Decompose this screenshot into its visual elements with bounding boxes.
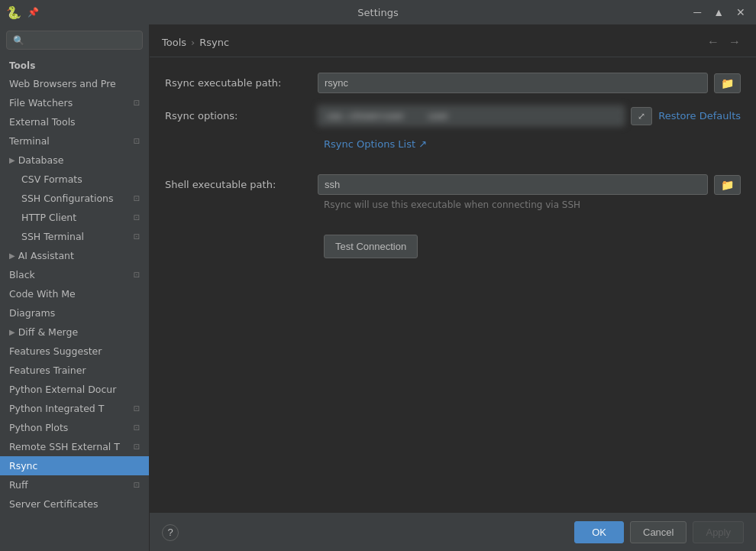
panel-header: Tools › Rsync ← → [150, 24, 756, 57]
sidebar-item-features-suggester[interactable]: Features Suggester [0, 342, 149, 361]
app-logo-icon: 🐍 [6, 5, 21, 20]
shell-exe-input-wrapper: 📁 [318, 174, 741, 195]
minimize-button[interactable]: ─ [689, 5, 706, 20]
rsync-options-list-link[interactable]: Rsync Options List ↗ [324, 138, 427, 150]
sidebar-item-label: Database [18, 154, 140, 166]
sidebar-item-label: Rsync [9, 460, 140, 472]
forward-button[interactable]: → [725, 34, 744, 50]
shell-exe-label: Shell executable path: [165, 179, 318, 190]
window-controls: ─ ▲ ✕ [689, 5, 750, 20]
sidebar-item-web-browsers[interactable]: Web Browsers and Pre [0, 74, 149, 93]
restore-defaults-link[interactable]: Restore Defaults [658, 110, 741, 122]
sidebar-item-label: Web Browsers and Pre [9, 78, 140, 89]
external-icon: ⊡ [134, 213, 140, 222]
external-icon: ⊡ [134, 404, 140, 413]
sidebar-item-file-watchers[interactable]: File Watchers⊡ [0, 93, 149, 112]
pin-icon: 📌 [27, 7, 39, 18]
sidebar-item-python-plots[interactable]: Python Plots⊡ [0, 418, 149, 437]
sidebar-item-label: AI Assistant [18, 250, 140, 261]
bottom-bar: ? OK Cancel Apply [150, 513, 756, 551]
back-button[interactable]: ← [704, 34, 722, 50]
sidebar-item-label: Python External Docur [9, 384, 140, 395]
rsync-options-input[interactable] [318, 105, 625, 126]
chevron-icon: ▶ [9, 251, 15, 260]
sidebar-item-label: Features Trainer [9, 365, 140, 376]
sidebar-item-diff-merge[interactable]: ▶Diff & Merge [0, 322, 149, 342]
external-icon: ⊡ [134, 232, 140, 241]
breadcrumb-current: Rsync [199, 37, 229, 48]
close-button[interactable]: ✕ [732, 5, 750, 20]
sidebar-item-features-trainer[interactable]: Features Trainer [0, 361, 149, 380]
breadcrumb-separator: › [191, 37, 195, 48]
rsync-options-expand-button[interactable]: ⤢ [631, 107, 652, 125]
rsync-exe-label: Rsync executable path: [165, 77, 318, 89]
form-area: Rsync executable path: 📁 Rsync options: … [150, 57, 756, 513]
title-bar-left: 🐍 📌 [6, 5, 39, 20]
rsync-exe-input-wrapper: 📁 [318, 73, 741, 93]
ok-button[interactable]: OK [574, 521, 624, 543]
bottom-actions: OK Cancel Apply [574, 521, 744, 543]
sidebar-item-remote-ssh-external[interactable]: Remote SSH External T⊡ [0, 437, 149, 456]
rsync-exe-input[interactable] [318, 73, 708, 93]
sidebar-item-label: Python Integrated T [9, 403, 131, 414]
rsync-exe-row: Rsync executable path: 📁 [165, 73, 741, 93]
sidebar-item-label: External Tools [9, 116, 140, 128]
sidebar-item-label: CSV Formats [21, 173, 140, 185]
external-icon: ⊡ [134, 271, 140, 279]
external-icon: ⊡ [134, 194, 140, 203]
external-icon: ⊡ [134, 423, 140, 432]
sidebar-item-label: SSH Configurations [21, 193, 131, 204]
sidebar-item-label: Diff & Merge [18, 326, 140, 338]
rsync-options-row: Rsync options: ⤢ Restore Defaults [165, 105, 741, 126]
sidebar-item-database[interactable]: ▶Database [0, 151, 149, 170]
external-icon: ⊡ [134, 99, 140, 107]
rsync-options-link-row: Rsync Options List ↗ [165, 138, 741, 162]
apply-button[interactable]: Apply [693, 521, 744, 543]
sidebar-item-label: Remote SSH External T [9, 441, 131, 452]
chevron-icon: ▶ [9, 328, 15, 336]
sidebar-item-python-integrated[interactable]: Python Integrated T⊡ [0, 399, 149, 418]
search-icon: 🔍 [13, 35, 24, 46]
rsync-exe-browse-button[interactable]: 📁 [714, 73, 741, 93]
sidebar: 🔍 Tools Web Browsers and PreFile Watcher… [0, 24, 150, 551]
sidebar-item-label: Code With Me [9, 288, 140, 300]
sidebar-item-label: Ruff [9, 479, 131, 491]
shell-exe-input[interactable] [318, 174, 708, 195]
right-panel: Tools › Rsync ← → Rsync executable path:… [150, 24, 756, 551]
sidebar-item-code-with-me[interactable]: Code With Me [0, 284, 149, 303]
sidebar-item-label: Black [9, 269, 131, 280]
sidebar-item-python-external-doc[interactable]: Python External Docur [0, 380, 149, 399]
sidebar-item-ai-assistant[interactable]: ▶AI Assistant [0, 246, 149, 265]
chevron-icon: ▶ [9, 156, 15, 164]
sidebar-item-label: Terminal [9, 135, 131, 147]
sidebar-item-label: File Watchers [9, 97, 131, 109]
sidebar-item-diagrams[interactable]: Diagrams [0, 303, 149, 322]
shell-exe-row: Shell executable path: 📁 [165, 174, 741, 195]
breadcrumb: Tools › Rsync [162, 37, 229, 48]
search-input[interactable] [27, 34, 136, 46]
rsync-options-label: Rsync options: [165, 110, 318, 122]
sidebar-item-terminal[interactable]: Terminal⊡ [0, 131, 149, 151]
search-box[interactable]: 🔍 [6, 31, 143, 50]
sidebar-item-external-tools[interactable]: External Tools [0, 112, 149, 131]
sidebar-item-server-certificates[interactable]: Server Certificates [0, 494, 149, 514]
sidebar-section-tools: Tools [0, 56, 149, 74]
sidebar-item-http-client[interactable]: HTTP Client⊡ [0, 208, 149, 227]
help-button[interactable]: ? [162, 524, 179, 541]
sidebar-item-rsync[interactable]: Rsync [0, 456, 149, 475]
sidebar-item-label: Features Suggester [9, 345, 140, 357]
sidebar-item-ssh-configurations[interactable]: SSH Configurations⊡ [0, 189, 149, 208]
test-connection-button[interactable]: Test Connection [324, 235, 418, 258]
maximize-button[interactable]: ▲ [709, 5, 729, 20]
sidebar-item-black[interactable]: Black⊡ [0, 265, 149, 284]
sidebar-item-csv-formats[interactable]: CSV Formats [0, 170, 149, 189]
main-content: 🔍 Tools Web Browsers and PreFile Watcher… [0, 24, 756, 551]
cancel-button[interactable]: Cancel [630, 521, 687, 543]
sidebar-list: Web Browsers and PreFile Watchers⊡Extern… [0, 74, 149, 551]
shell-exe-browse-button[interactable]: 📁 [714, 175, 741, 195]
title-bar: 🐍 📌 Settings ─ ▲ ✕ [0, 0, 756, 24]
sidebar-item-ruff[interactable]: Ruff⊡ [0, 475, 149, 494]
sidebar-item-ssh-terminal[interactable]: SSH Terminal⊡ [0, 227, 149, 246]
external-icon: ⊡ [134, 137, 140, 145]
rsync-options-input-wrapper: ⤢ Restore Defaults [318, 105, 741, 126]
